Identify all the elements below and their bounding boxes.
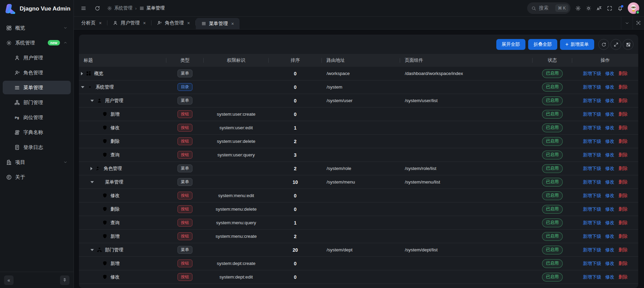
delete-link[interactable]: 删除 [619,166,628,172]
tree-expand-arrow[interactable] [90,167,92,170]
add-child-link[interactable]: 新增下级 [583,193,601,199]
tab-close-icon[interactable]: × [143,20,146,26]
app-logo[interactable]: Djagno Vue Admin [0,0,74,18]
tree-collapse-arrow[interactable] [90,100,94,102]
search-input[interactable]: 搜索 ⌘ K [527,2,570,14]
refresh-page-icon[interactable] [93,4,102,13]
add-child-link[interactable]: 新增下级 [583,71,601,77]
collapse-all-button[interactable]: 折叠全部 [528,39,557,50]
theme-button[interactable] [584,4,593,13]
sidebar-item-system[interactable]: 系统管理 new [3,36,71,50]
sidebar-item-dept[interactable]: 部门管理 [3,96,71,109]
add-child-link[interactable]: 新增下级 [583,179,601,185]
tab-list-dropdown-button[interactable] [621,17,632,29]
notification-dot [621,5,623,7]
status-badge: 已启用 [542,259,563,268]
tree-collapse-arrow[interactable] [90,249,94,251]
edit-link[interactable]: 修改 [605,71,615,77]
language-button[interactable] [595,4,603,13]
delete-link[interactable]: 删除 [619,220,628,226]
add-child-link[interactable]: 新增下级 [583,274,601,280]
sidebar-item-project[interactable]: 项目 [3,155,71,169]
edit-link[interactable]: 修改 [605,152,615,158]
delete-link[interactable]: 删除 [619,84,628,90]
add-child-link[interactable]: 新增下级 [583,111,601,117]
edit-link[interactable]: 修改 [605,111,615,117]
sidebar-item-user[interactable]: 用户管理 [3,51,71,64]
tab-menu[interactable]: 菜单管理 × [196,18,240,29]
sidebar-collapse-button[interactable]: « [4,275,14,285]
edit-link[interactable]: 修改 [605,179,615,185]
notifications-button[interactable] [616,4,624,13]
edit-link[interactable]: 修改 [605,206,615,212]
delete-link[interactable]: 删除 [619,193,628,199]
edit-link[interactable]: 修改 [605,193,615,199]
tab-role[interactable]: 角色管理 × [151,17,195,29]
menu-toggle-icon[interactable] [79,4,88,13]
add-child-link[interactable]: 新增下级 [583,125,601,131]
edit-link[interactable]: 修改 [605,220,615,226]
add-child-link[interactable]: 新增下级 [583,152,601,158]
delete-link[interactable]: 删除 [619,125,628,131]
tab-user[interactable]: 用户管理 × [107,17,151,29]
delete-link[interactable]: 删除 [619,71,628,77]
refresh-button[interactable] [598,39,609,50]
delete-link[interactable]: 删除 [619,179,628,185]
breadcrumb-item[interactable]: 系统管理 [107,5,132,11]
add-child-link[interactable]: 新增下级 [583,220,601,226]
fullscreen-button[interactable] [605,4,614,13]
settings-button[interactable] [574,4,582,13]
edit-link[interactable]: 修改 [605,233,615,239]
edit-link[interactable]: 修改 [605,138,615,145]
column-settings-button[interactable] [623,39,633,50]
add-menu-button[interactable]: +新增菜单 [560,39,594,50]
add-child-link[interactable]: 新增下级 [583,84,601,90]
delete-link[interactable]: 删除 [619,111,628,117]
fullscreen-table-button[interactable] [610,39,621,50]
delete-link[interactable]: 删除 [619,98,628,104]
delete-link[interactable]: 删除 [619,261,628,267]
column-header: 类型 [166,54,204,67]
sidebar-item-role[interactable]: 角色管理 [3,66,71,79]
add-child-link[interactable]: 新增下级 [583,247,601,253]
delete-link[interactable]: 删除 [619,274,628,280]
avatar[interactable] [628,2,639,14]
add-child-link[interactable]: 新增下级 [583,166,601,172]
tree-expand-arrow[interactable] [81,72,83,75]
delete-link[interactable]: 删除 [619,233,628,239]
delete-link[interactable]: 删除 [619,138,628,145]
tab-analysis[interactable]: 分析页 × [76,17,107,29]
edit-link[interactable]: 修改 [605,261,615,267]
edit-link[interactable]: 修改 [605,274,615,280]
table-body: 概览 菜单 0 /workspace /dashboard/workspace/… [79,67,638,288]
edit-link[interactable]: 修改 [605,125,615,131]
add-child-link[interactable]: 新增下级 [583,261,601,267]
tree-collapse-arrow[interactable] [90,181,94,183]
add-child-link[interactable]: 新增下级 [583,98,601,104]
sidebar-item-post[interactable]: 岗位管理 [3,111,71,124]
breadcrumb-item[interactable]: 菜单管理 [139,5,165,11]
add-child-link[interactable]: 新增下级 [583,206,601,212]
sidebar-item-menu[interactable]: 菜单管理 [3,81,71,94]
add-child-link[interactable]: 新增下级 [583,233,601,239]
sidebar-pin-button[interactable] [60,275,69,285]
expand-all-button[interactable]: 展开全部 [496,39,525,50]
delete-link[interactable]: 删除 [619,247,628,253]
edit-link[interactable]: 修改 [605,166,615,172]
edit-link[interactable]: 修改 [605,84,615,90]
content-area: 展开全部 折叠全部 +新增菜单 标题类型权限标识排序路由地址页面组件状态操作 概… [74,30,644,288]
tree-collapse-arrow[interactable] [81,86,84,88]
sidebar-item-overview[interactable]: 概览 [3,21,71,35]
delete-link[interactable]: 删除 [619,206,628,212]
sidebar-item-about[interactable]: 关于 [3,170,71,184]
sidebar-item-dict[interactable]: 字典名称 [3,126,71,139]
edit-link[interactable]: 修改 [605,247,615,253]
tab-close-icon[interactable]: × [187,20,190,26]
sidebar-item-log[interactable]: 登录日志 [3,140,71,154]
edit-link[interactable]: 修改 [605,98,615,104]
tab-close-icon[interactable]: × [99,20,102,26]
tab-fullscreen-button[interactable] [632,17,644,29]
delete-link[interactable]: 删除 [619,152,628,158]
add-child-link[interactable]: 新增下级 [583,138,601,145]
tab-close-icon[interactable]: × [231,21,234,26]
